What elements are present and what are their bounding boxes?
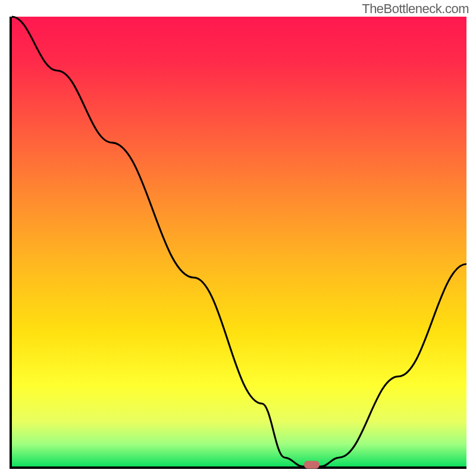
chart-plot-area bbox=[10, 17, 466, 469]
chart-curve bbox=[12, 17, 466, 466]
optimal-marker bbox=[304, 461, 320, 469]
bottleneck-line bbox=[12, 17, 466, 466]
watermark-text: TheBottleneck.com bbox=[362, 1, 469, 17]
